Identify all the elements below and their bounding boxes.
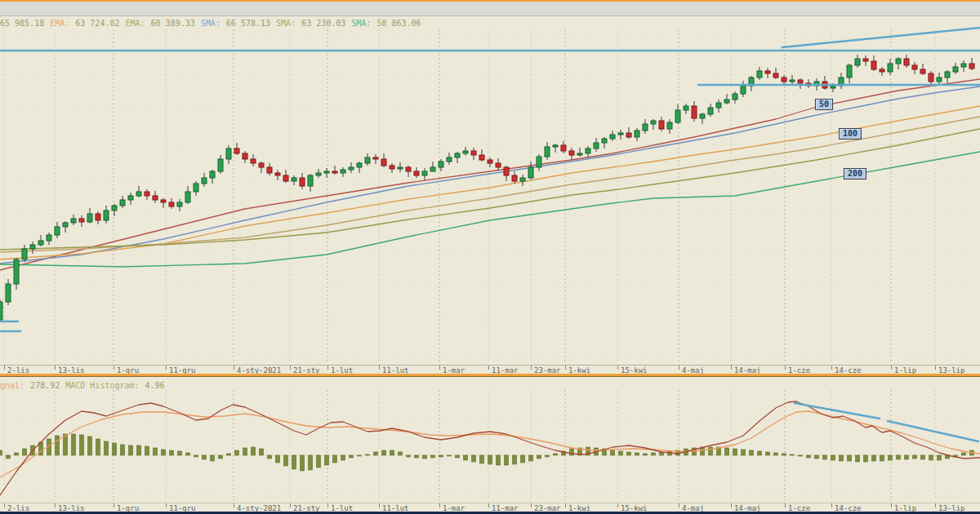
axis-tick	[679, 503, 679, 507]
macd-signal-line	[0, 411, 980, 477]
axis-tick	[290, 503, 291, 507]
legend-item: 4.96	[145, 381, 165, 390]
axis-tick	[379, 503, 380, 507]
axis-tick	[114, 366, 114, 370]
ma-orange-100	[0, 106, 980, 259]
ma-period-badge: 50	[815, 99, 833, 110]
axis-tick	[166, 366, 167, 370]
axis-tick	[290, 366, 291, 370]
axis-tick	[891, 503, 892, 507]
axis-tick	[488, 366, 489, 370]
axis-tick	[679, 366, 679, 370]
axis-tick	[531, 366, 532, 370]
axis-tick	[785, 366, 786, 370]
legend-item: 278.92	[30, 381, 60, 390]
axis-tick	[114, 503, 114, 507]
axis-tick	[327, 366, 328, 370]
axis-tick	[731, 366, 732, 370]
axis-tick	[55, 503, 56, 507]
rising-diagonal	[782, 28, 980, 47]
axis-tick	[4, 503, 5, 507]
chart-application-window: 65 985.18EMA:63 724.02EMA:60 389.33SMA:6…	[0, 0, 980, 514]
axis-tick	[488, 503, 489, 507]
axis-tick	[831, 503, 832, 507]
axis-tick	[234, 366, 234, 370]
axis-tick	[935, 503, 936, 507]
ma-blue	[0, 86, 980, 264]
ma-period-badge: 100	[839, 128, 862, 140]
axis-tick	[379, 366, 380, 370]
axis-tick	[439, 503, 440, 507]
axis-tick	[617, 366, 618, 370]
axis-tick	[565, 366, 566, 370]
axis-tick	[831, 366, 832, 370]
axis-tick	[617, 503, 618, 507]
axis-tick	[55, 366, 56, 370]
panel-separator	[0, 374, 980, 377]
axis-tick	[439, 366, 440, 370]
axis-tick	[731, 503, 732, 507]
axis-tick	[785, 503, 786, 507]
macd-histogram	[0, 434, 974, 471]
axis-tick	[4, 366, 5, 370]
axis-tick	[234, 503, 234, 507]
axis-tick	[565, 503, 566, 507]
axis-tick	[891, 366, 892, 370]
charts-canvas[interactable]	[0, 0, 980, 514]
axis-tick	[935, 366, 936, 370]
ma-period-badge: 200	[844, 168, 866, 179]
axis-tick	[166, 503, 167, 507]
macd-indicator-legend: gnal:278.92MACD Histogram:4.96	[0, 380, 980, 391]
macd-down-diagonal-2	[888, 421, 978, 441]
axis-tick	[531, 503, 532, 507]
axis-tick	[327, 503, 328, 507]
legend-item: gnal:	[0, 381, 24, 390]
ma-tan	[0, 117, 980, 252]
legend-item: MACD Histogram:	[65, 381, 139, 390]
